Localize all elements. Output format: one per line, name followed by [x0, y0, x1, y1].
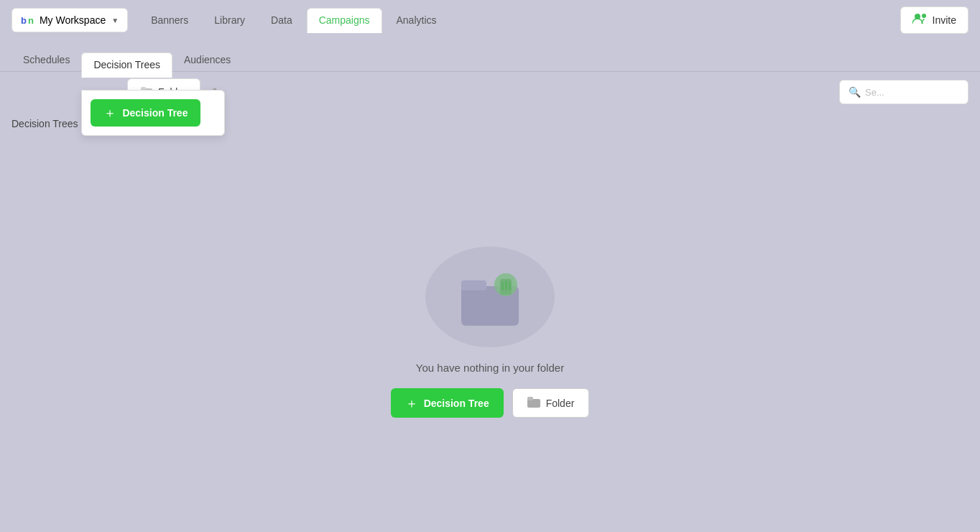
nav-item-library[interactable]: Library [203, 9, 256, 32]
chevron-down-icon: ▼ [111, 17, 119, 24]
svg-rect-5 [461, 280, 486, 290]
svg-rect-12 [527, 397, 533, 400]
workspace-logo: bn [21, 15, 34, 26]
empty-state-folder-button[interactable]: Folder [512, 388, 590, 418]
breadcrumb-label: Decision Trees [11, 118, 78, 129]
sub-nav-decision-trees[interactable]: Decision Trees [81, 52, 172, 78]
nav-item-banners[interactable]: Banners [139, 9, 200, 32]
folder-icon-empty [527, 396, 540, 410]
empty-folder-svg [454, 265, 526, 329]
empty-state-decision-tree-button[interactable]: ＋ Decision Tree [391, 388, 504, 418]
logo-b: b [21, 15, 27, 26]
empty-state-message: You have nothing in your folder [416, 362, 564, 374]
workspace-label: My Workspace [40, 14, 106, 26]
top-nav: bn My Workspace ▼ Banners Library Data C… [0, 0, 980, 40]
plus-icon-empty: ＋ [405, 397, 418, 410]
svg-rect-3 [141, 87, 146, 90]
empty-state-illustration [425, 247, 555, 347]
create-decision-tree-label: Decision Tree [122, 107, 188, 119]
plus-icon-toolbar: ＋ [24, 86, 37, 98]
sub-nav-audiences[interactable]: Audiences [172, 48, 242, 71]
nav-item-analytics[interactable]: Analytics [385, 9, 448, 32]
workspace-button[interactable]: bn My Workspace ▼ [11, 8, 128, 32]
logo-n: n [28, 15, 34, 26]
empty-state-actions: ＋ Decision Tree Folder [391, 388, 590, 418]
search-icon: 🔍 [849, 86, 861, 98]
empty-state-decision-tree-label: Decision Tree [424, 398, 489, 409]
svg-point-1 [922, 14, 926, 18]
invite-button[interactable]: Invite [900, 6, 969, 34]
dropdown-menu: ＋ Decision Tree [81, 90, 225, 136]
search-box[interactable]: 🔍 Se... [839, 80, 969, 104]
empty-state-folder-label: Folder [546, 398, 575, 409]
users-icon [912, 13, 927, 27]
invite-label: Invite [933, 14, 956, 26]
main-nav: Banners Library Data Campaigns Analytics [139, 8, 448, 32]
svg-rect-9 [505, 280, 507, 290]
sub-nav-schedules[interactable]: Schedules [11, 48, 81, 71]
sub-nav: Schedules Decision Trees ＋ Decision Tree… [0, 40, 980, 72]
search-placeholder: Se... [865, 87, 884, 98]
nav-item-campaigns[interactable]: Campaigns [307, 8, 382, 33]
sub-nav-decision-trees-container: Decision Trees ＋ Decision Tree [81, 58, 172, 71]
svg-rect-8 [501, 282, 504, 290]
svg-rect-10 [509, 282, 511, 290]
main-content: You have nothing in your folder ＋ Decisi… [0, 135, 980, 529]
nav-item-data[interactable]: Data [259, 9, 304, 32]
plus-icon: ＋ [103, 106, 116, 119]
create-decision-tree-button[interactable]: ＋ Decision Tree [91, 99, 200, 127]
